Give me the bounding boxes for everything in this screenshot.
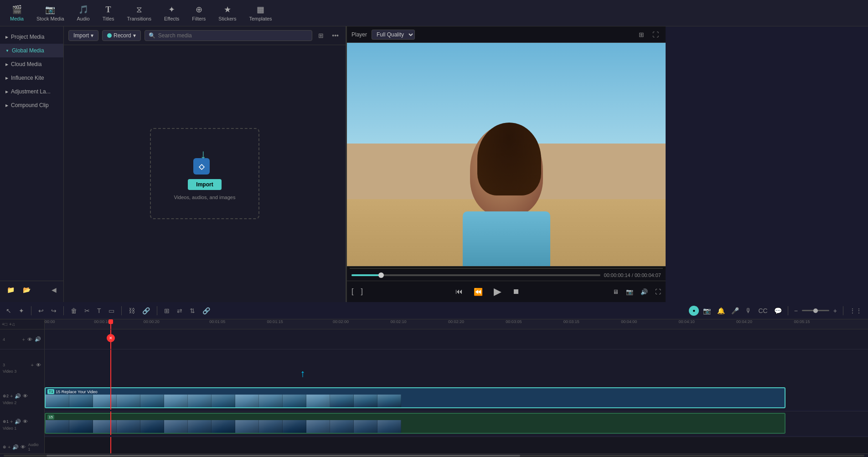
track-2-audio-toggle[interactable]: 🔊 — [14, 393, 21, 400]
more-timeline-options-button[interactable]: ⋮⋮ — [847, 306, 864, 316]
audio-1-eye-button[interactable]: 👁 — [20, 444, 26, 450]
toolbar-titles[interactable]: T Titles — [96, 0, 121, 26]
filter-options-button[interactable]: ⊞ — [316, 31, 326, 41]
track-1-eye-button[interactable]: 👁 — [22, 418, 28, 425]
toolbar-audio[interactable]: 🎵 Audio — [71, 0, 96, 26]
snapshot-button[interactable]: 📷 — [624, 287, 635, 297]
play-button[interactable]: ▶ — [492, 284, 503, 299]
camera-button[interactable]: 📷 — [701, 306, 713, 316]
toolbar-filters[interactable]: ⊕ Filters — [186, 0, 212, 26]
redo-button[interactable]: ↪ — [49, 306, 59, 316]
progress-bar[interactable] — [351, 274, 600, 276]
toolbar-templates[interactable]: ▦ Templates — [243, 0, 278, 26]
track-1-add-button[interactable]: + — [10, 418, 13, 425]
toolbar-separator-2 — [63, 306, 64, 315]
delete-button[interactable]: 🗑 — [68, 306, 79, 316]
toolbar-stickers[interactable]: ★ Stickers — [212, 0, 243, 26]
import-green-button[interactable]: Import — [188, 179, 221, 190]
audio-1-volume-button[interactable]: 🔊 — [12, 444, 19, 451]
zoom-slider[interactable] — [802, 310, 829, 311]
track-3-eye-button[interactable]: 👁 — [36, 362, 41, 368]
rect-button[interactable]: ▭ — [106, 306, 117, 316]
mic-button[interactable]: 🎤 — [729, 306, 741, 316]
player-timeline-ruler — [347, 266, 666, 270]
frame-back-button[interactable]: ⏪ — [472, 286, 485, 298]
record-button[interactable]: Record ▾ — [102, 30, 141, 41]
toolbar-stock[interactable]: 📷 Stock Media — [30, 0, 71, 26]
sidebar-label-compound-clip: Compound Clip — [11, 102, 49, 108]
fullscreen-button[interactable]: ⛶ — [650, 30, 661, 40]
zoom-thumb[interactable] — [813, 308, 818, 313]
add-folder-button[interactable]: 📁 — [5, 285, 17, 295]
collapse-sidebar-button[interactable]: ◀ — [49, 285, 59, 295]
flip-v-button[interactable]: ⇅ — [187, 306, 197, 316]
sidebar-item-global-media[interactable]: ▼ Global Media — [0, 44, 63, 57]
sidebar-label-adjustment: Adjustment La... — [11, 88, 51, 95]
bell-button[interactable]: 🔔 — [715, 306, 727, 316]
upper-section: ▶ Project Media ▼ Global Media ▶ Cloud M… — [0, 26, 868, 302]
track-2-add-button[interactable]: + — [10, 393, 13, 399]
timeline-scrollbar[interactable] — [0, 453, 868, 457]
link-button[interactable]: ⛓ — [126, 306, 137, 316]
sidebar-item-cloud-media[interactable]: ▶ Cloud Media — [0, 57, 63, 71]
bracket-right-button[interactable]: ] — [359, 286, 364, 298]
import-icon-wrap: ↓ ◇ — [191, 147, 218, 175]
sidebar-item-compound-clip[interactable]: ▶ Compound Clip — [0, 98, 63, 112]
search-bar[interactable]: 🔍 — [145, 30, 313, 41]
audio-record-button[interactable]: ● — [689, 306, 699, 316]
caption-button[interactable]: CC — [756, 306, 770, 316]
stop-button[interactable]: ⏹ — [511, 286, 522, 298]
track-video-1-content[interactable]: 15 — [45, 411, 868, 435]
zoom-in-button[interactable]: + — [831, 306, 839, 316]
timeline-section: ↖ ✦ ↩ ↪ 🗑 ✂ T ▭ ⛓ 🔗 ⊞ ⇄ ⇅ 🔗 ● 📷 🔔 🎤 🎙 — [0, 302, 868, 457]
undo-button[interactable]: ↩ — [36, 306, 46, 316]
track-1-audio-toggle[interactable]: 🔊 — [14, 418, 21, 425]
search-input[interactable] — [158, 32, 309, 39]
voice-button[interactable]: 🎙 — [743, 306, 754, 316]
flip-h-button[interactable]: ⇄ — [175, 306, 185, 316]
import-folder-button[interactable]: 📂 — [21, 285, 33, 295]
track-3-add-button[interactable]: + — [31, 362, 34, 368]
import-drop-zone[interactable]: ↓ ◇ Import Videos, audios, and images — [150, 128, 259, 219]
ruler-spacer: +□ +♫ — [0, 319, 45, 329]
clip-video-1[interactable]: 15 — [45, 413, 785, 434]
toolbar-transitions[interactable]: ⧖ Transitions — [121, 0, 158, 26]
text-button[interactable]: T — [95, 306, 103, 316]
scrollbar-thumb[interactable] — [46, 455, 520, 457]
toolbar-separator-1 — [31, 306, 31, 315]
toolbar-media[interactable]: 🎬 Media — [4, 0, 30, 26]
progress-thumb[interactable] — [378, 272, 384, 278]
sidebar-item-influence-kit[interactable]: ▶ Influence Kite — [0, 71, 63, 85]
track-4-eye-button[interactable]: 👁 — [27, 336, 33, 343]
import-button[interactable]: Import ▾ — [68, 30, 98, 41]
add-video-track-button[interactable]: +□ — [2, 322, 7, 327]
bracket-left-button[interactable]: [ — [350, 286, 355, 298]
zoom-out-button[interactable]: − — [792, 306, 800, 316]
more-options-button[interactable]: ••• — [330, 31, 341, 41]
track-4-add-button[interactable]: + — [22, 336, 26, 343]
export-frame-button[interactable]: 🖥 — [611, 287, 620, 297]
sidebar-item-project-media[interactable]: ▶ Project Media — [0, 30, 63, 44]
toolbar-effects[interactable]: ✦ Effects — [158, 0, 186, 26]
cut-button[interactable]: ✂ — [82, 306, 92, 316]
fullscreen-expand-button[interactable]: ⛶ — [653, 287, 663, 297]
cursor-tool-button[interactable]: ↖ — [4, 306, 14, 316]
adjust-button[interactable]: ⊞ — [162, 306, 172, 316]
sidebar-item-adjustment[interactable]: ▶ Adjustment La... — [0, 85, 63, 98]
track-4-num: 4 — [3, 337, 5, 342]
chain-button[interactable]: 🔗 — [140, 306, 152, 316]
quality-select[interactable]: Full Quality 1/2 Quality 1/4 Quality — [372, 30, 415, 40]
audio-1-add-button[interactable]: + — [7, 444, 11, 450]
subtitle-button[interactable]: 💬 — [772, 306, 784, 316]
magic-tool-button[interactable]: ✦ — [16, 306, 26, 316]
track-4-audio-button[interactable]: 🔊 — [34, 336, 41, 343]
track-video-2-content[interactable]: T1 15 Replace Your Video — [45, 386, 868, 410]
clip-video-2[interactable]: T1 15 Replace Your Video — [45, 387, 785, 408]
link2-button[interactable]: 🔗 — [200, 306, 212, 316]
track-2-eye-button[interactable]: 👁 — [22, 393, 28, 399]
add-audio-track-button[interactable]: +♫ — [9, 322, 15, 327]
pip-button[interactable]: ⊞ — [636, 30, 646, 40]
scrollbar-track[interactable] — [4, 455, 864, 457]
volume-button[interactable]: 🔊 — [639, 287, 650, 297]
step-back-button[interactable]: ⏮ — [454, 286, 465, 298]
